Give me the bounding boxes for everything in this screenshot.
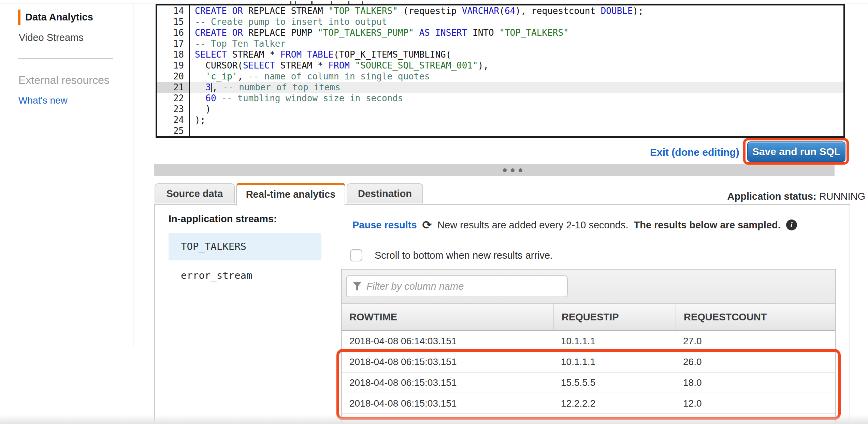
table-cell: 2018-04-08 06:14:03.151 [342,331,553,351]
code-line-22[interactable]: 22 60 -- tumbling window size in seconds [157,93,843,104]
tab-destination[interactable]: Destination [347,183,423,203]
sidebar-item-video-streams[interactable]: Video Streams [19,32,84,43]
save-and-run-sql-button[interactable]: Save and run SQL [747,141,845,162]
code-line-23[interactable]: 23 ) [157,104,843,115]
filter-funnel-icon [353,282,362,291]
code-text: SELECT STREAM * FROM TABLE(TOP_K_ITEMS_T… [190,49,843,60]
active-nav-indicator-bar [18,10,20,25]
pause-results-link[interactable]: Pause results [352,219,417,231]
refresh-icon: ⟳ [422,219,432,231]
sidebar-right-border [133,3,133,347]
sidebar-divider [18,58,113,59]
code-text: ); [190,115,843,125]
code-text: -- Top Ten Talker [190,38,843,49]
line-number: 23 [157,104,190,115]
code-line-24[interactable]: 24); [157,115,843,125]
code-text: 'c_ip', -- name of column in single quot… [190,71,843,82]
results-table-header: ROWTIMEREQUESTIPREQUESTCOUNT [342,304,835,331]
line-number: 17 [157,38,190,49]
code-line-15[interactable]: 15-- Create pump to insert into output [157,16,843,27]
info-icon[interactable]: i [786,219,797,230]
code-text [190,125,843,136]
code-text: CREATE OR REPLACE PUMP "TOP_TALKERS_PUMP… [190,27,843,38]
application-status-value: RUNNING [819,191,865,202]
stream-list: TOP_TALKERSerror_stream [169,233,321,286]
code-text: CURSOR(SELECT STREAM * FROM "SOURCE_SQL_… [190,60,843,71]
tab-real-time-analytics[interactable]: Real-time analytics [236,183,345,206]
line-number: 24 [157,115,190,125]
kinesis-analytics-console: Data Analytics Video Streams External re… [0,0,868,424]
splitter-dot [511,168,515,172]
line-number: 20 [157,71,190,82]
line-number: 19 [157,60,190,71]
sql-editor[interactable]: 14CREATE OR REPLACE STREAM "TOP_TALKERS"… [156,4,845,138]
filter-by-column-input[interactable] [366,277,567,296]
scroll-to-bottom-label: Scroll to bottom when new results arrive… [375,250,553,261]
table-cell: 12.2.2.2 [553,393,676,413]
table-row: 2018-04-08 06:14:03.15110.1.1.127.0 [342,331,835,352]
column-header-requestcount: REQUESTCOUNT [676,304,835,330]
line-number: 16 [157,27,190,38]
splitter-dot [519,168,522,172]
table-cell: 10.1.1.1 [553,331,676,351]
splitter-dot [503,168,507,172]
line-number: 21 [157,82,190,93]
table-cell: 10.1.1.1 [553,352,676,372]
code-text: -- Create pump to insert into output [190,16,843,27]
column-header-requestip: REQUESTIP [553,304,676,330]
in-application-streams-heading: In-application streams: [169,213,277,225]
code-line-25[interactable]: 25 [157,125,843,136]
table-row: 2018-04-08 06:15:03.15115.5.5.518.0 [342,373,835,393]
application-status: Application status: RUNNING [727,191,865,202]
table-cell: 26.0 [676,352,835,372]
code-line-16[interactable]: 16CREATE OR REPLACE PUMP "TOP_TALKERS_PU… [157,27,843,38]
results-note-bold-text: The results below are sampled. [634,219,780,231]
filter-input-container[interactable] [346,275,568,297]
results-note-text: New results are added every 2-10 seconds… [437,219,628,231]
line-number: 25 [157,125,190,136]
table-row: 2018-04-08 06:15:03.15110.1.1.126.0 [342,352,835,373]
code-line-19[interactable]: 19 CURSOR(SELECT STREAM * FROM "SOURCE_S… [157,60,843,71]
code-text: CREATE OR REPLACE STREAM "TOP_TALKERS" (… [190,5,843,16]
clipped-code-line-fragment [290,0,426,4]
table-row: 2018-04-08 06:15:03.15112.2.2.212.0 [342,393,835,414]
table-cell: 18.0 [676,373,835,393]
column-header-rowtime: ROWTIME [342,304,553,330]
table-cell: 2018-04-08 06:15:03.151 [342,393,553,413]
splitter-drag-handle-icon[interactable] [503,168,522,172]
code-text: ) [190,104,843,115]
table-cell: 15.5.5.5 [553,373,676,393]
results-filter-bar [342,270,835,304]
table-cell: 27.0 [676,331,835,351]
table-cell: 12.0 [676,393,835,413]
table-cell: 2018-04-08 06:15:03.151 [342,373,553,393]
line-number: 14 [157,5,190,16]
results-table: ROWTIMEREQUESTIPREQUESTCOUNT 2018-04-08 … [341,269,836,424]
scroll-to-bottom-checkbox[interactable] [350,249,362,261]
code-text: 60 -- tumbling window size in seconds [190,93,843,104]
code-line-17[interactable]: 17-- Top Ten Talker [157,38,843,49]
line-number: 18 [157,49,190,60]
stream-item-TOP_TALKERS[interactable]: TOP_TALKERS [169,233,321,260]
stream-item-error_stream[interactable]: error_stream [169,265,321,286]
line-number: 15 [157,16,190,27]
sidebar-external-resources-heading: External resources [18,74,110,87]
line-number: 22 [157,93,190,104]
sidebar-link-whats-new[interactable]: What's new [18,95,68,106]
results-control-row: Pause results ⟳ New results are added ev… [352,218,797,232]
pane-splitter[interactable] [154,164,835,176]
application-status-label: Application status: [727,191,816,202]
results-table-body: 2018-04-08 06:14:03.15110.1.1.127.02018-… [342,331,835,414]
code-line-18[interactable]: 18SELECT STREAM * FROM TABLE(TOP_K_ITEMS… [157,49,843,60]
window-top-divider [0,3,868,3]
code-text: 3, -- number of top items [190,82,843,93]
code-line-14[interactable]: 14CREATE OR REPLACE STREAM "TOP_TALKERS"… [157,5,843,16]
tab-source-data[interactable]: Source data [155,183,235,203]
sql-editor-lines: 14CREATE OR REPLACE STREAM "TOP_TALKERS"… [157,5,843,136]
table-cell: 2018-04-08 06:15:03.151 [342,352,553,372]
scroll-to-bottom-row: Scroll to bottom when new results arrive… [350,249,553,261]
exit-done-editing-link[interactable]: Exit (done editing) [650,147,735,158]
code-line-21[interactable]: 21 3, -- number of top items [157,82,843,93]
code-line-20[interactable]: 20 'c_ip', -- name of column in single q… [157,71,843,82]
sidebar-item-data-analytics[interactable]: Data Analytics [25,12,93,23]
